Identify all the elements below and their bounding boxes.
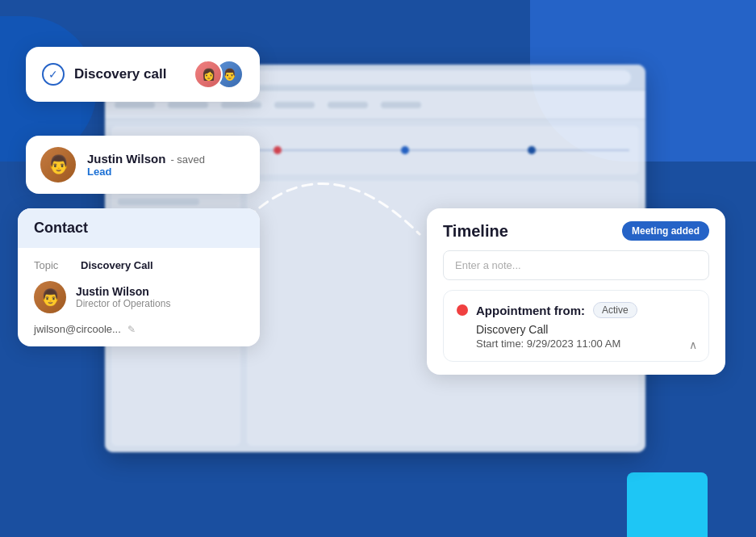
avatar-group: 👩 👨 bbox=[194, 60, 244, 89]
timeline-title: Timeline bbox=[443, 222, 508, 241]
card-timeline-header: Timeline Meeting added bbox=[427, 208, 725, 250]
contact-email: jwilson@circoole... bbox=[34, 323, 121, 335]
contact-person-name: Justin Wilson bbox=[76, 285, 170, 298]
contact-person-row: 👨 Justin Wilson Director of Operations bbox=[34, 281, 244, 313]
card-discovery: ✓ Discovery call 👩 👨 bbox=[26, 47, 260, 102]
contact-avatar-face: 👨 bbox=[40, 287, 61, 307]
contact-person-role: Director of Operations bbox=[76, 298, 170, 309]
meeting-added-badge: Meeting added bbox=[622, 221, 709, 241]
contact-topic-row: Topic Discovery Call bbox=[34, 259, 244, 271]
appointment-name: Discovery Call bbox=[476, 323, 695, 336]
appointment-time: Start time: 9/29/2023 11:00 AM bbox=[476, 338, 695, 350]
justin-avatar: 👨 bbox=[40, 147, 76, 182]
card-timeline: Timeline Meeting added Enter a note... A… bbox=[427, 208, 725, 375]
topic-label: Topic bbox=[34, 259, 74, 271]
contact-email-row: jwilson@circoole... ✎ bbox=[34, 323, 244, 335]
card-contact-body: Topic Discovery Call 👨 Justin Wilson Dir… bbox=[18, 248, 260, 346]
appointment-block: Appointment from: Active Discovery Call … bbox=[443, 290, 709, 362]
saved-action: - saved bbox=[170, 153, 205, 166]
discovery-call-title: Discovery call bbox=[74, 66, 166, 82]
avatar-female: 👩 bbox=[194, 60, 223, 89]
note-input[interactable]: Enter a note... bbox=[443, 250, 709, 280]
appointment-label: Appointment from: bbox=[476, 304, 585, 317]
saved-badge: Lead bbox=[87, 166, 205, 178]
avatar-male-face: 👨 bbox=[223, 68, 236, 81]
card-saved: 👨 Justin Wilson - saved Lead bbox=[26, 136, 260, 194]
saved-info: Justin Wilson - saved Lead bbox=[87, 152, 205, 178]
saved-name-row: Justin Wilson - saved bbox=[87, 152, 205, 166]
contact-person-info: Justin Wilson Director of Operations bbox=[76, 285, 170, 309]
saved-name: Justin Wilson bbox=[87, 152, 165, 166]
card-contact: Contact Topic Discovery Call 👨 Justin Wi… bbox=[18, 208, 260, 346]
avatar-female-face: 👩 bbox=[202, 68, 215, 81]
appointment-details: Discovery Call Start time: 9/29/2023 11:… bbox=[457, 323, 695, 350]
status-badge: Active bbox=[593, 302, 637, 318]
topic-value: Discovery Call bbox=[81, 259, 153, 271]
chevron-up-icon[interactable]: ∧ bbox=[689, 338, 697, 351]
contact-avatar: 👨 bbox=[34, 281, 66, 313]
justin-avatar-face: 👨 bbox=[48, 154, 69, 175]
contact-title: Contact bbox=[34, 220, 88, 236]
edit-icon[interactable]: ✎ bbox=[127, 324, 136, 335]
appointment-dot bbox=[457, 304, 468, 316]
card-discovery-left: ✓ Discovery call bbox=[42, 63, 166, 86]
bg-shape-bottom-right bbox=[627, 472, 708, 537]
card-timeline-body: Enter a note... Appointment from: Active… bbox=[427, 250, 725, 375]
check-circle-icon: ✓ bbox=[42, 63, 65, 86]
appointment-header: Appointment from: Active bbox=[457, 302, 695, 318]
card-contact-header: Contact bbox=[18, 208, 260, 248]
